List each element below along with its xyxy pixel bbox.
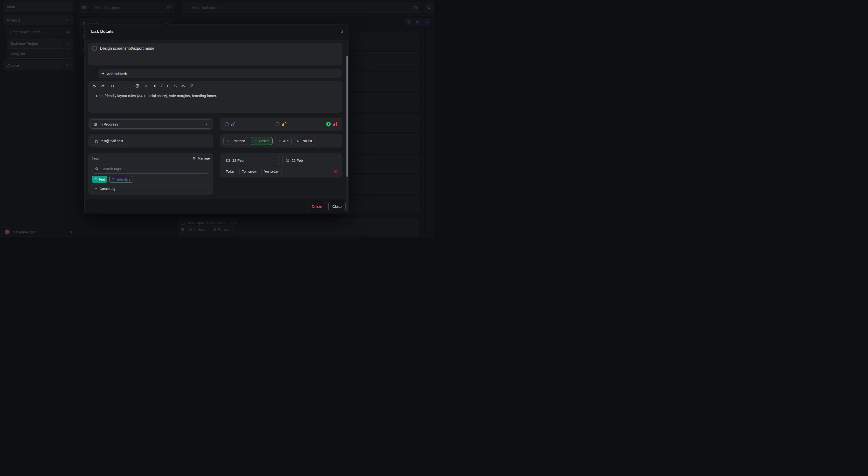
priority-option-medium[interactable] xyxy=(276,122,286,126)
modal-header: Task Details ✕ xyxy=(85,24,349,39)
quick-date-today[interactable]: Today xyxy=(223,168,237,175)
editor-toolbar: HBIUS<> xyxy=(92,84,338,88)
bullet-list-tool[interactable] xyxy=(119,84,122,88)
search-icon xyxy=(95,167,99,171)
bold-tool[interactable]: B xyxy=(152,84,157,88)
add-subtask-button[interactable]: + Add subtask xyxy=(98,69,342,78)
close-button[interactable]: Close xyxy=(328,202,346,211)
quick-date-buttons: TodayTomorrowYesterday xyxy=(223,168,282,175)
plus-icon: + xyxy=(95,187,97,191)
task-details-modal: Task Details ✕ Design screenshot/export … xyxy=(85,24,349,214)
underline-tool[interactable]: U xyxy=(167,84,169,88)
undo-tool[interactable] xyxy=(92,84,96,88)
code-tool[interactable]: <> xyxy=(181,84,185,88)
priority-radio[interactable] xyxy=(225,122,229,126)
indent-list-tool[interactable] xyxy=(127,84,131,88)
manage-tags-button[interactable]: ⚙ Manage xyxy=(193,156,210,160)
priority-bars-icon xyxy=(282,122,286,126)
expand-tool[interactable] xyxy=(144,84,148,88)
tags-label: Tags xyxy=(92,156,99,160)
tag-search-input[interactable] xyxy=(101,167,207,171)
status-priority-row: In Progress xyxy=(88,118,342,130)
strikethrough-tool[interactable]: S xyxy=(174,84,177,88)
modal-body: Design screenshot/export mode + Add subt… xyxy=(85,39,349,199)
inbox-icon xyxy=(297,139,301,143)
modal-title: Task Details xyxy=(90,29,114,34)
delete-button[interactable]: Delete xyxy=(308,202,326,211)
priority-option-high[interactable] xyxy=(326,122,337,126)
list-picker-panel: FrontendDesignAPINo list xyxy=(220,135,342,147)
priority-panel xyxy=(220,118,342,130)
list-option-label: Design xyxy=(259,139,270,143)
tag-search-field[interactable] xyxy=(92,164,210,174)
list-option-frontend[interactable]: Frontend xyxy=(223,137,248,145)
add-subtask-label: Add subtask xyxy=(107,72,127,76)
close-icon[interactable]: ✕ xyxy=(340,30,344,34)
priority-option-low[interactable] xyxy=(225,122,235,126)
tag-icon xyxy=(94,178,97,181)
list-icon xyxy=(226,140,230,143)
at-icon: @ xyxy=(95,139,98,143)
list-option-api[interactable]: API xyxy=(275,137,292,145)
priority-bars-icon xyxy=(333,122,337,126)
list-icon xyxy=(278,140,281,143)
create-tag-button[interactable]: + Create tag xyxy=(92,185,210,192)
modal-scrollbar[interactable] xyxy=(346,56,348,211)
due-date-value: 22 Feb xyxy=(292,158,303,162)
tags-dates-row: Tags ⚙ Manage featanalytics xyxy=(88,153,342,195)
task-complete-checkbox[interactable] xyxy=(92,46,97,51)
quick-date-yesterday[interactable]: Yesterday xyxy=(261,168,282,175)
priority-radio[interactable] xyxy=(326,122,331,126)
manage-label: Manage xyxy=(197,156,210,160)
calendar-icon xyxy=(226,158,230,162)
description-text[interactable]: Print-friendly layout rules (A4 + social… xyxy=(96,94,338,98)
status-value: In Progress xyxy=(100,122,118,126)
justify-tool[interactable] xyxy=(198,84,202,88)
clear-dates-button[interactable]: ✕ xyxy=(334,169,337,174)
chevron-down-icon xyxy=(205,122,208,126)
task-title-panel: Design screenshot/export mode xyxy=(88,43,342,65)
plus-icon: + xyxy=(102,71,104,76)
modal-footer: Delete Close xyxy=(85,199,349,214)
quick-dates-row: TodayTomorrowYesterday ✕ xyxy=(223,168,339,175)
italic-tool[interactable]: I xyxy=(161,84,162,88)
gear-icon: ⚙ xyxy=(193,157,196,160)
quick-date-tomorrow[interactable]: Tomorrow xyxy=(239,168,259,175)
priority-radio[interactable] xyxy=(276,122,280,126)
list-option-label: No list xyxy=(303,139,312,143)
status-panel: In Progress xyxy=(88,118,213,130)
assignee-email: test@mail.dest xyxy=(101,139,123,143)
due-date-button[interactable]: 22 Feb xyxy=(282,156,339,165)
start-date-button[interactable]: 22 Feb xyxy=(223,156,280,165)
status-select[interactable]: In Progress xyxy=(90,119,211,129)
description-editor: HBIUS<> Print-friendly layout rules (A4 … xyxy=(88,81,342,113)
dates-panel: 22 Feb 22 Feb TodayTomorrowYesterday ✕ xyxy=(220,153,342,177)
tag-analytics[interactable]: analytics xyxy=(109,176,133,183)
assignee-panel: @ test@mail.dest xyxy=(88,135,213,147)
tags-panel: Tags ⚙ Manage featanalytics xyxy=(88,153,213,195)
tag-label: analytics xyxy=(117,177,130,181)
list-option-label: Frontend xyxy=(231,139,245,143)
tag-feat[interactable]: feat xyxy=(92,176,107,183)
assignee-chip[interactable]: @ test@mail.dest xyxy=(92,137,126,145)
kanban-icon xyxy=(93,122,97,126)
list-option-design[interactable]: Design xyxy=(251,137,273,145)
task-title-text: Design screenshot/export mode xyxy=(100,46,154,51)
redo-tool[interactable] xyxy=(101,84,105,88)
start-date-value: 22 Feb xyxy=(232,158,244,162)
code-block-tool[interactable] xyxy=(135,84,139,88)
calendar-check-icon xyxy=(285,158,289,162)
tag-label: feat xyxy=(99,177,105,181)
list-icon xyxy=(254,140,257,143)
create-tag-label: Create tag xyxy=(99,187,115,191)
priority-bars-icon xyxy=(231,122,235,126)
app-root: Main Projects TaskView Project⋯Analytics… xyxy=(0,0,434,238)
list-option-label: API xyxy=(283,139,289,143)
assignee-lists-row: @ test@mail.dest FrontendDesignAPINo lis… xyxy=(88,135,342,147)
link-tool[interactable] xyxy=(189,84,193,88)
tag-list: featanalytics xyxy=(92,176,210,183)
tag-icon xyxy=(112,178,115,181)
heading-tool[interactable]: H xyxy=(110,84,114,88)
scrollbar-thumb[interactable] xyxy=(346,56,348,177)
list-option-no-list[interactable]: No list xyxy=(294,137,315,145)
